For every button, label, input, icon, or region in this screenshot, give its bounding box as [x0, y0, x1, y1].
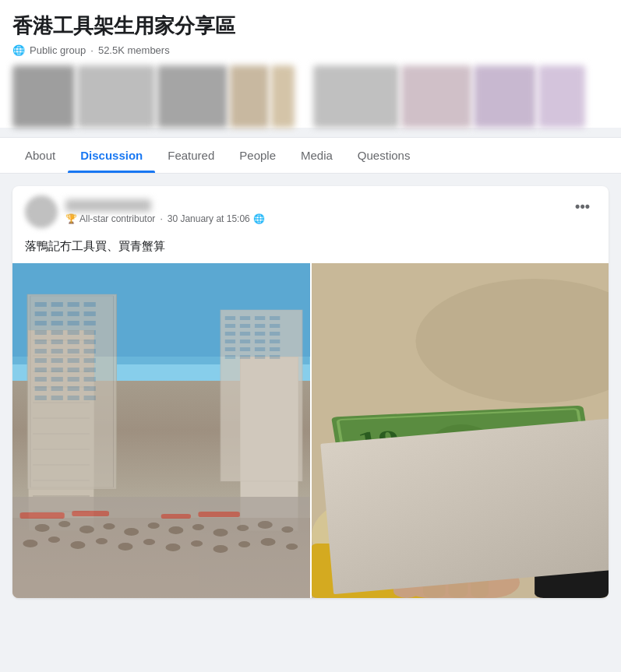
- cover-photo-3[interactable]: [157, 65, 228, 128]
- svg-rect-8: [51, 311, 63, 316]
- svg-rect-65: [240, 347, 250, 351]
- svg-rect-24: [51, 349, 63, 354]
- author-details: 🏆 All-star contributor · 30 January at 1…: [65, 199, 265, 224]
- svg-point-96: [286, 544, 298, 550]
- svg-point-76: [103, 523, 115, 530]
- svg-rect-105: [535, 559, 609, 598]
- svg-rect-106: [348, 459, 605, 548]
- svg-rect-118: [448, 575, 468, 598]
- cover-photo-group-right: [313, 65, 585, 128]
- svg-rect-38: [84, 377, 96, 382]
- svg-point-77: [124, 528, 139, 536]
- more-options-button[interactable]: •••: [569, 195, 596, 218]
- group-meta: 🌐 Public group · 52.5K members: [12, 44, 609, 56]
- post-author-info: 🏆 All-star contributor · 30 January at 1…: [25, 195, 265, 228]
- svg-rect-32: [51, 368, 63, 372]
- svg-rect-33: [68, 368, 79, 372]
- svg-point-75: [79, 526, 94, 533]
- author-name[interactable]: [65, 199, 151, 212]
- tab-questions[interactable]: Questions: [345, 138, 423, 173]
- svg-point-73: [35, 524, 50, 532]
- main-content: 🏆 All-star contributor · 30 January at 1…: [0, 174, 621, 610]
- svg-rect-43: [35, 396, 47, 400]
- svg-rect-20: [51, 340, 63, 344]
- svg-rect-34: [84, 368, 96, 372]
- member-count: 52.5K members: [98, 44, 170, 56]
- svg-point-93: [213, 545, 228, 553]
- svg-point-74: [58, 521, 70, 527]
- svg-point-78: [148, 522, 160, 529]
- svg-rect-40: [51, 386, 63, 391]
- svg-rect-45: [68, 396, 79, 400]
- cover-photo-1[interactable]: [12, 65, 75, 128]
- group-visibility: Public group: [30, 44, 86, 56]
- svg-point-84: [281, 526, 293, 533]
- tab-featured[interactable]: Featured: [155, 138, 227, 173]
- cover-photo-5[interactable]: [271, 65, 295, 128]
- post-text: 落鴨記冇工具買、買青蟹算: [12, 234, 609, 263]
- svg-point-88: [96, 538, 108, 544]
- svg-rect-42: [84, 386, 96, 391]
- svg-rect-13: [68, 321, 79, 325]
- svg-rect-107: [350, 458, 604, 545]
- svg-rect-31: [35, 368, 47, 372]
- svg-point-80: [192, 524, 204, 530]
- svg-rect-4: [51, 302, 63, 307]
- cover-photos: [12, 65, 609, 128]
- svg-rect-48: [225, 316, 235, 320]
- svg-rect-15: [35, 330, 47, 335]
- svg-rect-46: [84, 396, 96, 400]
- group-title: 香港工具架生用家分享區: [12, 12, 609, 40]
- svg-rect-62: [255, 340, 265, 343]
- tab-media[interactable]: Media: [288, 138, 345, 173]
- svg-rect-3: [35, 302, 47, 307]
- post-header: 🏆 All-star contributor · 30 January at 1…: [12, 186, 609, 234]
- tab-people[interactable]: People: [227, 138, 288, 173]
- svg-point-91: [165, 544, 180, 551]
- svg-rect-116: [393, 571, 419, 598]
- svg-text:10: 10: [518, 437, 541, 450]
- svg-rect-69: [240, 355, 250, 359]
- svg-rect-27: [35, 358, 47, 363]
- cover-photo-6[interactable]: [313, 65, 399, 128]
- badge-label: All-star contributor: [79, 213, 155, 224]
- cover-photo-8[interactable]: [474, 65, 536, 128]
- svg-rect-68: [225, 355, 235, 359]
- svg-rect-14: [84, 321, 96, 325]
- cover-photo-4[interactable]: [230, 65, 269, 128]
- post-image-street[interactable]: [12, 263, 310, 598]
- svg-rect-66: [255, 347, 265, 351]
- svg-rect-26: [84, 349, 96, 354]
- svg-text:HK$: HK$: [519, 427, 549, 438]
- cover-photo-9[interactable]: [538, 65, 585, 128]
- svg-rect-16: [51, 330, 63, 335]
- svg-point-89: [118, 543, 132, 551]
- post-card: 🏆 All-star contributor · 30 January at 1…: [12, 186, 609, 598]
- svg-rect-5: [68, 302, 79, 307]
- trophy-icon: 🏆: [65, 213, 77, 224]
- cover-photo-7[interactable]: [401, 65, 471, 128]
- svg-point-90: [143, 539, 155, 545]
- svg-rect-71: [270, 355, 280, 359]
- svg-point-92: [191, 540, 203, 547]
- svg-rect-51: [270, 316, 280, 320]
- svg-rect-12: [51, 321, 63, 325]
- post-image-money[interactable]: 10 HK$ 10: [312, 263, 609, 598]
- svg-rect-61: [240, 340, 250, 343]
- svg-point-94: [238, 541, 250, 547]
- tab-discussion[interactable]: Discussion: [68, 138, 155, 173]
- tab-about[interactable]: About: [12, 138, 68, 173]
- privacy-globe-icon: 🌐: [253, 213, 265, 224]
- svg-rect-57: [240, 332, 250, 336]
- svg-rect-70: [255, 355, 265, 359]
- svg-rect-100: [198, 512, 239, 517]
- cover-area: 香港工具架生用家分享區 🌐 Public group · 52.5K membe…: [0, 0, 621, 128]
- svg-rect-22: [84, 340, 96, 344]
- cover-photo-2[interactable]: [77, 65, 155, 128]
- avatar[interactable]: [25, 195, 58, 228]
- svg-point-85: [23, 540, 37, 547]
- author-badge-row: 🏆 All-star contributor · 30 January at 1…: [65, 213, 265, 224]
- svg-rect-18: [84, 330, 96, 335]
- svg-rect-56: [225, 332, 235, 336]
- svg-rect-60: [225, 340, 235, 343]
